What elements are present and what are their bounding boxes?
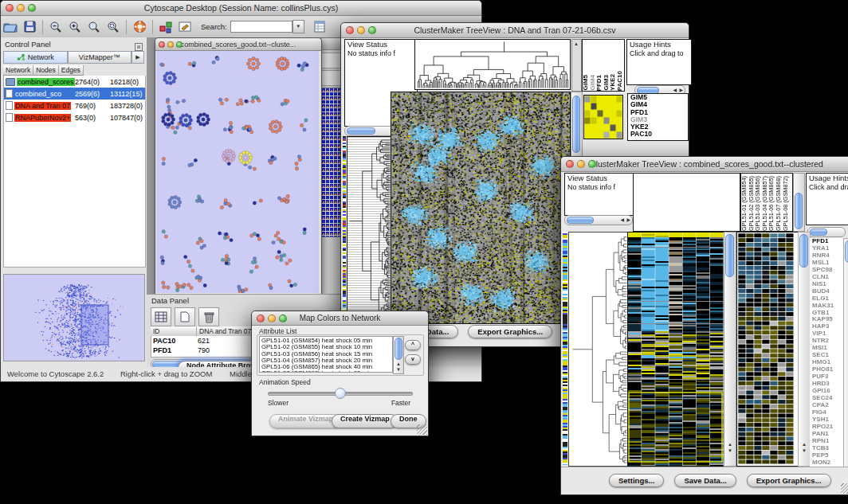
attribute-item[interactable]: GPL51-07 (GSM868) heat shock 60 min: [261, 370, 392, 373]
zoom-vscrollbar[interactable]: ▲▼: [798, 232, 811, 467]
treeview2-title: ClusterMaker TreeView : combined_scores_…: [575, 159, 838, 169]
slower-label: Slower: [268, 399, 289, 407]
zoom-button[interactable]: [28, 4, 36, 12]
gene-list: GIM5GIM4PFD1GIM3YKE2PAC10: [627, 93, 689, 141]
resize-grip[interactable]: [841, 483, 848, 494]
minimize-button[interactable]: [17, 4, 25, 12]
zoomed-heatmap-canvas[interactable]: [738, 233, 794, 464]
save-icon[interactable]: [20, 18, 39, 36]
annotation-icon[interactable]: [175, 18, 194, 36]
attribute-browser-icon[interactable]: [311, 18, 330, 36]
treeview1-titlebar[interactable]: ClusterMaker TreeView : DNA and Tran 07-…: [341, 23, 689, 38]
data-panel-title: Data Panel: [151, 296, 189, 305]
network-overview-thumbnail[interactable]: [3, 274, 145, 361]
speed-slider-thumb[interactable]: [335, 388, 346, 399]
gene-label[interactable]: MON2: [812, 459, 844, 467]
row-dendrogram[interactable]: [568, 232, 629, 467]
zoom-button[interactable]: [368, 26, 376, 34]
attribute-list: GPL51-01 (GSM854) heat shock 05 minGPL51…: [259, 336, 393, 373]
heatmap-canvas[interactable]: [627, 232, 724, 467]
desktop: Cytoscape Desktop (Session Name: collins…: [0, 0, 848, 504]
control-panel: Control Panel Network VizMapper™ ▶ Netwo…: [1, 37, 147, 367]
status-hint-zoom: Right-click + drag to ZOOM: [120, 369, 212, 378]
network-list-row[interactable]: combined_sco 2569(6) 13112(15): [4, 88, 145, 100]
treeview-button[interactable]: Export Graphics...: [468, 325, 552, 338]
correlation-matrix[interactable]: [583, 95, 623, 139]
treeview-button[interactable]: Save Data...: [674, 474, 736, 487]
treeview2-titlebar[interactable]: ClusterMaker TreeView : combined_scores_…: [561, 157, 848, 172]
column-dendrogram-space: [633, 173, 740, 232]
help-icon[interactable]: [130, 18, 149, 36]
new-attribute-icon[interactable]: [175, 307, 195, 326]
treeview-button[interactable]: Settings...: [609, 474, 664, 487]
close-button[interactable]: [159, 41, 165, 48]
delete-attribute-icon[interactable]: [198, 307, 219, 326]
tab-vizmapper[interactable]: VizMapper™: [68, 51, 132, 64]
genelist-vscrollbar[interactable]: [843, 238, 848, 468]
tab-network[interactable]: Network: [3, 51, 68, 64]
zoom-fit-icon[interactable]: [84, 18, 104, 36]
map-colors-dialog: Map Colors to Network Attribute List GPL…: [251, 311, 429, 436]
close-button[interactable]: [566, 160, 574, 168]
network-type-icon: [6, 78, 15, 86]
treeview2-window: ClusterMaker TreeView : combined_scores_…: [560, 156, 848, 495]
move-up-button[interactable]: ^: [405, 340, 421, 350]
heatmap-vscrollbar[interactable]: ▲▼: [724, 232, 736, 467]
network-canvas[interactable]: [156, 51, 319, 293]
create-vizmap-button[interactable]: Create Vizmap: [332, 414, 398, 428]
minimize-button[interactable]: [167, 41, 174, 48]
gene-label[interactable]: PAC10: [630, 131, 688, 138]
zoom-button[interactable]: [176, 41, 183, 48]
row-dendrogram[interactable]: [347, 136, 392, 322]
tab-overflow-arrow[interactable]: ▶: [132, 51, 144, 64]
minimize-button[interactable]: [577, 160, 585, 168]
open-file-icon[interactable]: [1, 18, 20, 36]
view-status-scrollbar[interactable]: ◀▶: [564, 215, 633, 225]
network-view-titlebar[interactable]: combined_scores_good.txt--cluste...: [155, 38, 321, 51]
column-labels: GIM5GIM4PFD1GIM3YKE2PAC10: [582, 39, 625, 92]
column-label[interactable]: GPL51-08 (GSM872): [783, 176, 790, 231]
search-dropdown-arrow[interactable]: ▼: [292, 20, 304, 33]
dialog-titlebar[interactable]: Map Colors to Network: [252, 311, 428, 326]
close-button[interactable]: [346, 26, 354, 34]
network-list-row[interactable]: DNA and Tran 07 769(0) 183728(0): [4, 100, 145, 111]
column-label[interactable]: PAC10: [617, 71, 624, 91]
resize-grip[interactable]: [417, 424, 427, 435]
heatmap-canvas[interactable]: [391, 92, 571, 324]
control-panel-title: Control Panel: [5, 40, 51, 49]
network-list-row[interactable]: RNAPuberNov2+ 563(0) 107847(0): [4, 111, 145, 123]
search-input[interactable]: [230, 21, 292, 33]
treeview1-title: ClusterMaker TreeView : DNA and Tran 07-…: [355, 25, 674, 35]
zoom-button[interactable]: [588, 160, 596, 168]
network-tab-icon: [17, 53, 26, 61]
view-status-box: View StatusNo status info f: [564, 173, 636, 216]
minimize-button[interactable]: [357, 26, 365, 34]
usage-hints-box: Usage HintsClick and drag to: [806, 173, 848, 225]
network-list: combined_scores 2764(0) 16218(0) combine…: [3, 76, 146, 268]
treeview2-buttons: Settings...Save Data...Export Graphics..…: [561, 467, 848, 487]
treeview-button[interactable]: Export Graphics...: [747, 474, 831, 487]
gene-list: PFD1YRA1RNR4MSL1SPC98CLN1NIS1BUD4ELG1MAK…: [810, 238, 844, 467]
labels-vscrollbar[interactable]: [793, 173, 805, 232]
zoom-selected-icon[interactable]: [104, 18, 123, 36]
network-list-row[interactable]: combined_scores 2764(0) 16218(0): [4, 76, 145, 88]
minimize-button[interactable]: [268, 315, 276, 322]
usage-hints-scrollbar[interactable]: [807, 227, 846, 237]
main-titlebar[interactable]: Cytoscape Desktop (Session Name: collins…: [1, 1, 481, 16]
plugins-icon[interactable]: [156, 18, 175, 36]
column-header[interactable]: Edges: [59, 65, 84, 76]
column-header[interactable]: Network: [3, 65, 33, 76]
column-header[interactable]: Nodes: [33, 65, 59, 76]
zoom-out-icon[interactable]: [46, 18, 65, 36]
attribute-grid-icon[interactable]: [151, 307, 171, 326]
dialog-title: Map Colors to Network: [266, 314, 414, 322]
zoom-in-icon[interactable]: [65, 18, 84, 36]
attribute-list-scrollbar[interactable]: ▲▼: [393, 336, 404, 374]
move-down-button[interactable]: v: [405, 354, 421, 365]
column-dendrogram[interactable]: [414, 39, 571, 90]
column-labels: GPL51-01 (GSM854)GPL51-02 (GSM855)GPL51-…: [740, 173, 793, 232]
row-color-strip: [563, 232, 567, 465]
close-button[interactable]: [6, 4, 14, 12]
close-button[interactable]: [257, 315, 265, 322]
zoom-button[interactable]: [279, 315, 287, 322]
